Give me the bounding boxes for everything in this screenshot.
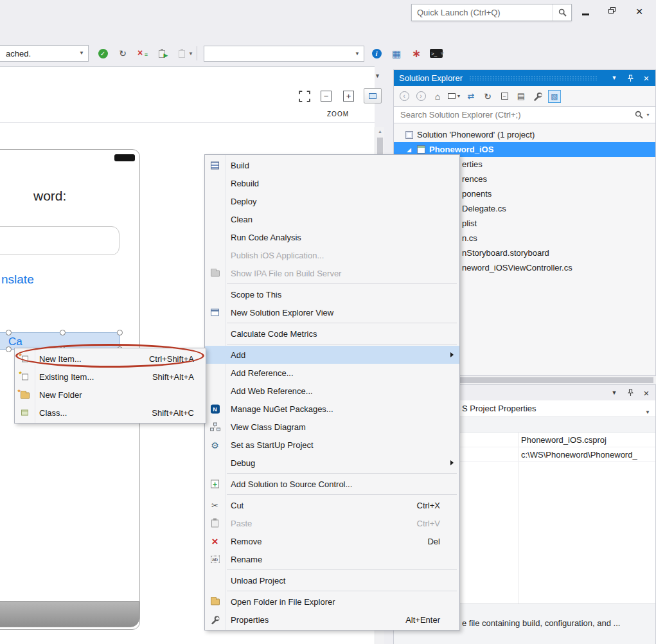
scroll-up-icon[interactable]: ▲ (378, 129, 382, 134)
open-folder-icon (209, 596, 221, 607)
build-icon (209, 160, 221, 171)
tree-item-solution-phoneword-1-project[interactable]: Solution 'Phoneword' (1 project) (394, 127, 655, 142)
home-icon[interactable]: ⌂ (430, 89, 445, 103)
search-icon[interactable] (553, 4, 571, 21)
scrollbar-thumb[interactable] (377, 138, 383, 156)
menu-item-add[interactable]: Add (205, 346, 459, 364)
disconnect-icon[interactable]: ×≡ (135, 46, 150, 60)
toolbar-overflow-icon[interactable]: ▼ (439, 51, 445, 57)
zoom-in-icon[interactable]: + (343, 91, 354, 102)
solution-explorer-titlebar[interactable]: Solution Explorer ▼ × (394, 70, 655, 86)
menu-item-add-reference[interactable]: Add Reference... (205, 364, 459, 382)
menu-item-class[interactable]: Class...Shift+Alt+C (15, 404, 206, 422)
menu-item-show-ipa-file-on-build-server[interactable]: Show IPA File on Build Server (205, 264, 459, 282)
scope-view-icon[interactable]: ▼ (447, 89, 462, 103)
resize-handle[interactable] (117, 330, 123, 335)
zoom-label: ZOOM (327, 111, 349, 118)
designer-overflow-icon[interactable]: ▼ (375, 73, 380, 79)
grid-view-icon[interactable]: ▦ (389, 46, 404, 60)
menu-item-remove[interactable]: ×RemoveDel (205, 532, 459, 550)
chevron-down-icon[interactable]: ▼ (645, 406, 650, 416)
menu-item-deploy[interactable]: Deploy (205, 192, 459, 210)
back-icon[interactable]: ‹ (396, 89, 412, 103)
menu-item-calculate-code-metrics[interactable]: Calculate Code Metrics (205, 325, 459, 343)
pin-icon[interactable] (625, 75, 635, 82)
preview-code-icon[interactable]: ▧ (547, 89, 562, 103)
sync-selection-icon[interactable]: ⇄ (463, 89, 479, 103)
menu-item-paste[interactable]: PasteCtrl+V (205, 514, 459, 532)
menu-item-run-code-analysis[interactable]: Run Code Analysis (205, 228, 459, 246)
collapse-all-icon[interactable]: − (497, 89, 512, 103)
menu-item-add-web-reference[interactable]: Add Web Reference... (205, 382, 459, 400)
menu-item-rebuild[interactable]: Rebuild (205, 174, 459, 192)
forward-icon[interactable]: › (413, 89, 429, 103)
property-value: c:\WS\Phoneword\Phoneword_ (521, 450, 637, 460)
quick-launch-search[interactable]: Quick Launch (Ctrl+Q) (411, 4, 572, 21)
panel-title: Solution Explorer (399, 73, 463, 83)
menu-item-scope-to-this[interactable]: Scope to This (205, 285, 459, 303)
refresh-icon[interactable]: ↻ (480, 89, 495, 103)
resize-handle[interactable] (60, 330, 66, 335)
connected-status-icon[interactable]: ✓ (95, 46, 111, 60)
tree-item-label: Delegate.cs (462, 204, 506, 213)
fullscreen-icon[interactable] (299, 91, 310, 104)
menu-separator (227, 323, 457, 323)
menu-item-clean[interactable]: Clean (205, 210, 459, 228)
menu-item-view-class-diagram[interactable]: View Class Diagram (205, 418, 459, 436)
resize-handle[interactable] (6, 346, 12, 352)
paste-import-icon[interactable]: ▶ (155, 46, 170, 60)
menu-separator (227, 283, 457, 284)
window-position-icon[interactable]: ▼ (609, 390, 619, 396)
translate-link[interactable]: nslate (1, 273, 34, 287)
menu-item-manage-nuget-packages[interactable]: NManage NuGet Packages... (205, 400, 459, 418)
zoom-out-icon[interactable]: − (321, 91, 332, 102)
solution-explorer-search[interactable]: Search Solution Explorer (Ctrl+;) ▼ (394, 106, 655, 123)
wrench-icon[interactable] (530, 89, 545, 103)
expand-arrow-icon[interactable]: ◢ (407, 147, 414, 153)
phone-text-input[interactable] (0, 226, 120, 255)
minimize-button[interactable] (577, 3, 594, 19)
tree-item-label: rences (462, 174, 487, 184)
menu-item-rename[interactable]: abRename (205, 550, 459, 568)
fit-page-icon[interactable] (364, 88, 382, 103)
menu-item-label: Add Reference... (231, 368, 294, 378)
toolbar-combobox[interactable]: ▼ (204, 46, 364, 62)
resize-handle[interactable] (6, 330, 12, 335)
chevron-down-icon[interactable]: ▼ (79, 51, 88, 56)
search-icon[interactable] (635, 111, 643, 119)
menu-item-add-solution-to-source-control[interactable]: +Add Solution to Source Control... (205, 475, 459, 493)
menu-item-cut[interactable]: ✂CutCtrl+X (205, 496, 459, 514)
menu-separator (227, 344, 457, 344)
window-position-icon[interactable]: ▼ (609, 75, 619, 81)
menu-item-properties[interactable]: PropertiesAlt+Enter (205, 611, 459, 629)
window-controls: × (577, 3, 648, 19)
menu-item-new-item[interactable]: *New Item...Ctrl+Shift+A (15, 350, 206, 368)
menu-item-label: Debug (231, 458, 255, 468)
menu-item-debug[interactable]: Debug (205, 454, 459, 472)
menu-item-new-folder[interactable]: *New Folder (15, 386, 206, 404)
menu-item-unload-project[interactable]: Unload Project (205, 571, 459, 589)
device-combo[interactable]: ached. ▼ (0, 45, 89, 62)
toolbar-icon-group-left: ✓↻×≡▶ (95, 46, 190, 60)
info-icon[interactable]: i (369, 46, 384, 60)
menu-shortcut: Alt+Enter (389, 615, 440, 625)
menu-item-new-solution-explorer-view[interactable]: New Solution Explorer View (205, 303, 459, 321)
toolbar-overflow-icon[interactable]: ▼ (188, 51, 193, 57)
refresh-icon[interactable]: ↻ (115, 46, 130, 60)
chevron-down-icon[interactable]: ▼ (646, 112, 650, 117)
close-icon[interactable]: × (641, 73, 652, 84)
chevron-down-icon[interactable]: ▼ (355, 51, 364, 57)
menu-item-label: Cut (231, 501, 244, 510)
menu-item-build[interactable]: Build (205, 156, 459, 174)
menu-item-open-folder-in-file-explorer[interactable]: Open Folder in File Explorer (205, 593, 459, 611)
menu-item-existing-item[interactable]: *Existing Item...Shift+Alt+A (15, 368, 206, 386)
restore-button[interactable] (604, 3, 621, 19)
properties-page-icon[interactable]: ▤ (513, 89, 529, 103)
close-icon[interactable]: × (641, 388, 652, 398)
menu-item-publish-ios-application[interactable]: Publish iOS Application... (205, 246, 459, 264)
asterisk-icon[interactable]: ∗ (409, 46, 424, 60)
menu-item-set-as-startup-project[interactable]: ⚙Set as StartUp Project (205, 436, 459, 454)
close-button[interactable]: × (631, 3, 648, 19)
pin-icon[interactable] (625, 389, 635, 397)
menu-item-label: Run Code Analysis (231, 233, 301, 242)
